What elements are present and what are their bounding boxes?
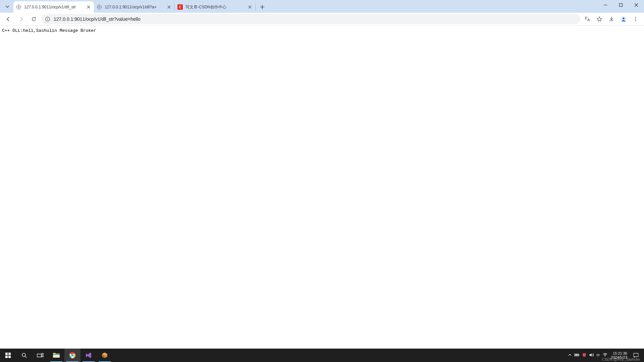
svg-rect-26 xyxy=(634,353,638,357)
search-tabs-button[interactable] xyxy=(3,2,12,11)
svg-rect-8 xyxy=(5,353,8,355)
reload-button[interactable] xyxy=(28,14,40,24)
tab-close-button[interactable] xyxy=(247,4,253,10)
system-tray: 中 15:21:36 2024/5/23 CSDN @Roy_Sashulin xyxy=(568,349,641,362)
tab-close-button[interactable] xyxy=(166,4,172,10)
address-bar[interactable]: 127.0.0.1:9011/ocp/v1/dll_str?value=hell… xyxy=(41,14,580,24)
battery-icon[interactable] xyxy=(574,353,580,357)
box-icon xyxy=(101,352,108,359)
svg-rect-9 xyxy=(8,353,11,355)
svg-point-2 xyxy=(47,18,48,18)
tray-overflow-button[interactable] xyxy=(568,353,572,357)
arrow-left-icon xyxy=(5,16,11,22)
globe-icon xyxy=(16,4,21,10)
taskbar-search-button[interactable] xyxy=(16,349,32,362)
window-maximize-button[interactable] xyxy=(613,0,629,10)
action-center-button[interactable] xyxy=(631,349,641,362)
url-text: 127.0.0.1:9011/ocp/v1/dll_str?value=hell… xyxy=(54,16,576,22)
shield-icon xyxy=(582,353,586,357)
chevron-down-icon xyxy=(5,5,9,9)
ime-icon[interactable]: 中 xyxy=(596,353,600,358)
close-icon xyxy=(248,5,252,9)
file-explorer-icon xyxy=(53,352,60,358)
csdn-favicon: C xyxy=(177,4,183,10)
close-icon xyxy=(87,5,90,9)
profile-button[interactable] xyxy=(618,14,629,24)
browser-tab-strip: 127.0.0.1:9011/ocp/v1/dll_str 127.0.0.1:… xyxy=(0,0,644,13)
kebab-icon xyxy=(633,16,639,22)
info-icon xyxy=(45,16,50,22)
downloads-button[interactable] xyxy=(606,14,617,24)
bookmark-button[interactable] xyxy=(594,14,605,24)
forward-button[interactable] xyxy=(15,14,27,24)
svg-point-12 xyxy=(22,353,25,357)
back-button[interactable] xyxy=(3,14,14,24)
globe-icon xyxy=(97,4,102,10)
close-icon xyxy=(167,5,171,9)
chevron-up-icon xyxy=(568,353,572,357)
close-icon xyxy=(634,3,638,7)
tab-title: 127.0.0.1:9011/ocp/v1/dll?a= xyxy=(105,5,164,9)
start-button[interactable] xyxy=(0,349,16,362)
minimize-icon xyxy=(603,3,607,7)
svg-point-25 xyxy=(605,356,605,357)
task-view-button[interactable] xyxy=(32,349,48,362)
plus-icon xyxy=(260,5,265,9)
svg-point-4 xyxy=(623,17,625,19)
taskbar-clock[interactable]: 15:21:36 2024/5/23 xyxy=(611,351,627,359)
svg-rect-14 xyxy=(42,353,43,355)
windows-taskbar: 中 15:21:36 2024/5/23 CSDN @Roy_Sashulin xyxy=(0,349,644,362)
new-tab-button[interactable] xyxy=(258,2,267,12)
taskbar-app-file-explorer[interactable] xyxy=(48,349,64,362)
visual-studio-icon xyxy=(85,352,92,359)
taskbar-app-chrome[interactable] xyxy=(64,349,80,362)
taskbar-app-visual-studio[interactable] xyxy=(80,349,97,362)
windows-icon xyxy=(5,352,11,358)
translate-icon xyxy=(584,16,590,22)
window-controls xyxy=(598,0,644,13)
svg-rect-13 xyxy=(37,354,41,357)
svg-point-6 xyxy=(635,18,636,19)
svg-rect-17 xyxy=(53,354,60,355)
clock-date: 2024/5/23 xyxy=(611,355,627,359)
tab-title: 写文章-CSDN创作中心 xyxy=(185,4,245,10)
wifi-icon xyxy=(603,353,607,357)
tab-2[interactable]: C 写文章-CSDN创作中心 xyxy=(175,1,255,13)
download-icon xyxy=(608,16,614,22)
maximize-icon xyxy=(619,3,623,7)
task-view-icon xyxy=(37,353,44,358)
response-body-text: C++ DLL:hell,Sashulin Message Broker xyxy=(2,28,642,33)
svg-rect-0 xyxy=(620,4,623,7)
star-icon xyxy=(596,16,602,22)
volume-icon[interactable] xyxy=(589,353,594,358)
tab-separator xyxy=(255,4,256,10)
window-minimize-button[interactable] xyxy=(598,0,613,10)
clock-time: 15:21:36 xyxy=(611,351,627,355)
tray-icons: 中 xyxy=(568,353,607,358)
svg-point-5 xyxy=(635,17,636,18)
network-icon[interactable] xyxy=(603,353,607,358)
svg-rect-24 xyxy=(575,354,578,356)
tab-1[interactable]: 127.0.0.1:9011/ocp/v1/dll?a= xyxy=(94,1,174,13)
window-close-button[interactable] xyxy=(629,0,644,10)
security-icon[interactable] xyxy=(582,353,586,358)
page-content: C++ DLL:hell,Sashulin Message Broker xyxy=(0,25,644,349)
svg-rect-11 xyxy=(8,356,11,358)
search-icon xyxy=(21,352,27,358)
svg-point-21 xyxy=(72,355,73,356)
arrow-right-icon xyxy=(18,16,24,22)
svg-rect-15 xyxy=(42,356,43,357)
site-info-button[interactable] xyxy=(45,16,50,22)
tab-close-button[interactable] xyxy=(86,4,91,10)
tab-0[interactable]: 127.0.0.1:9011/ocp/v1/dll_str xyxy=(13,1,94,13)
svg-rect-10 xyxy=(5,356,8,358)
reload-icon xyxy=(31,16,37,22)
taskbar-app-box[interactable] xyxy=(97,349,113,362)
battery-icon xyxy=(574,353,580,357)
speaker-icon xyxy=(589,353,594,357)
translate-button[interactable] xyxy=(582,14,593,24)
chrome-icon xyxy=(69,352,76,359)
svg-rect-23 xyxy=(579,354,579,356)
notification-icon xyxy=(633,353,639,358)
menu-button[interactable] xyxy=(630,14,641,24)
